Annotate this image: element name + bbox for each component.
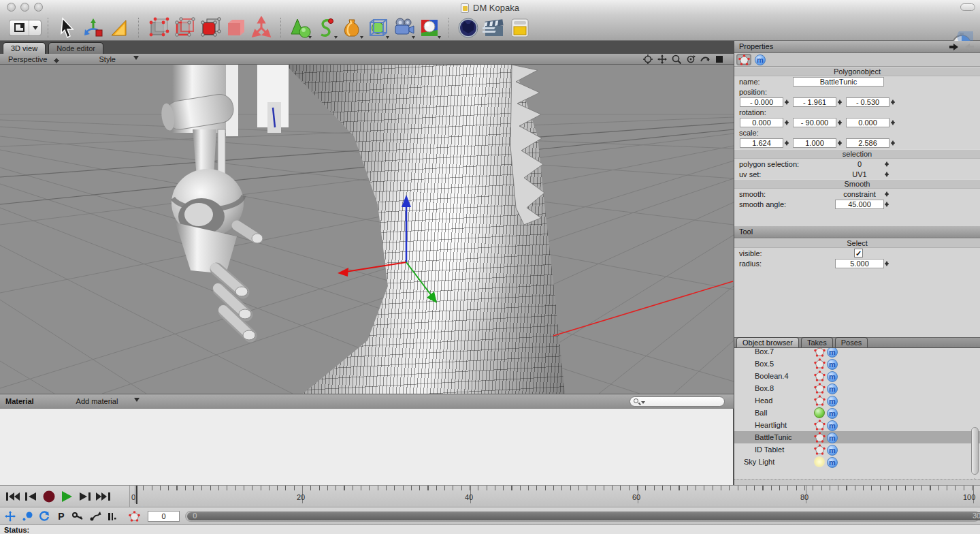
object-row[interactable]: BattleTunic m	[734, 431, 980, 443]
material-list-area[interactable]	[0, 409, 734, 485]
scrollbar-thumb[interactable]	[971, 427, 979, 475]
stepper-icon[interactable]	[837, 118, 843, 127]
key-tool-button[interactable]	[71, 510, 85, 522]
material-tag-icon[interactable]: m	[827, 457, 838, 468]
playhead[interactable]	[136, 486, 137, 504]
swoop-icon[interactable]	[700, 54, 710, 64]
go-to-end-button[interactable]	[95, 491, 112, 502]
transform-tool-button[interactable]	[82, 16, 105, 40]
polygon-selection-value[interactable]: 0	[835, 160, 884, 168]
object-row[interactable]: Head m	[734, 394, 980, 407]
material-tag-icon[interactable]: m	[827, 433, 838, 443]
tab-node-editor[interactable]: Node editor	[48, 42, 103, 54]
object-row[interactable]: Ball m	[734, 407, 980, 419]
stepper-icon[interactable]	[784, 118, 790, 127]
scale-z-field[interactable]: 2.586	[846, 138, 889, 148]
record-position-button[interactable]	[3, 510, 17, 522]
tab-object-browser[interactable]: Object browser	[736, 337, 799, 347]
stepper-icon[interactable]	[884, 200, 890, 209]
tab-takes[interactable]: Takes	[801, 337, 833, 347]
material-tag-icon[interactable]: m	[827, 396, 838, 407]
add-modifier-button[interactable]	[366, 16, 389, 40]
stepper-icon[interactable]	[837, 97, 843, 107]
play-button[interactable]	[60, 490, 74, 503]
radius-field[interactable]: 5.000	[835, 259, 884, 268]
stepper-icon[interactable]	[884, 259, 890, 268]
toolbar-toggle-button[interactable]	[960, 3, 975, 11]
visible-checkbox[interactable]: ✓	[854, 249, 863, 257]
bake-button[interactable]	[508, 16, 532, 40]
smooth-angle-field[interactable]: 45.000	[835, 200, 884, 209]
add-render-setting-button[interactable]	[418, 16, 441, 40]
pan-icon[interactable]	[657, 54, 667, 64]
zoom-icon[interactable]	[672, 54, 681, 64]
material-search-input[interactable]	[630, 396, 725, 407]
stepper-icon[interactable]	[884, 170, 890, 179]
rotation-z-field[interactable]: 0.000	[846, 118, 889, 127]
camera-select[interactable]: Perspective	[8, 55, 47, 63]
stepper-icon[interactable]	[837, 138, 843, 148]
object-row[interactable]: Heartlight m	[734, 419, 980, 431]
add-primitive-button[interactable]	[289, 16, 312, 40]
roll-icon[interactable]	[686, 54, 696, 64]
stepper-icon[interactable]	[890, 138, 896, 148]
record-parameter-button[interactable]: P	[54, 510, 68, 522]
material-tag-tab[interactable]: m	[753, 54, 768, 65]
tab-poses[interactable]: Poses	[835, 337, 868, 347]
next-frame-button[interactable]	[78, 491, 91, 502]
dope-sheet-button[interactable]	[105, 510, 119, 522]
rotation-x-field[interactable]: 0.000	[740, 118, 783, 127]
object-row[interactable]: ID Tablet m	[734, 443, 980, 456]
smooth-mode-value[interactable]: constraint	[835, 190, 884, 198]
history-arrows[interactable]	[949, 43, 975, 51]
select-cursor-button[interactable]	[56, 16, 79, 40]
go-to-start-button[interactable]	[5, 491, 20, 502]
object-mode-button[interactable]	[224, 16, 247, 40]
fcurve-button[interactable]	[88, 510, 102, 522]
position-x-field[interactable]: - 0.000	[740, 97, 783, 107]
scale-x-field[interactable]: 1.624	[740, 138, 783, 148]
object-row[interactable]: Box.7 m	[734, 348, 980, 358]
material-tag-icon[interactable]: m	[827, 383, 838, 394]
material-tag-icon[interactable]: m	[827, 348, 838, 358]
snap-ruler-button[interactable]	[108, 16, 131, 40]
scale-y-field[interactable]: 1.000	[793, 138, 836, 148]
selected-object-tag[interactable]	[127, 510, 141, 522]
current-frame-field[interactable]: 0	[148, 511, 180, 522]
animation-button[interactable]	[483, 16, 506, 40]
add-camera-button[interactable]	[392, 16, 415, 40]
maximize-icon[interactable]	[715, 54, 724, 64]
edge-mode-button[interactable]	[172, 16, 195, 40]
polygon-tag-tab[interactable]	[736, 54, 751, 65]
scrollbar-arrows[interactable]	[972, 476, 978, 479]
style-select[interactable]: Style	[99, 55, 115, 63]
object-row[interactable]: Box.8 m	[734, 382, 980, 394]
tab-3d-view[interactable]: 3D view	[3, 42, 46, 54]
material-tag-icon[interactable]: m	[827, 420, 838, 431]
position-z-field[interactable]: - 0.530	[846, 97, 889, 107]
object-list-resize-strip[interactable]	[734, 479, 980, 485]
uv-set-value[interactable]: UV1	[835, 170, 884, 178]
object-row[interactable]: Sky Light m	[734, 456, 980, 468]
point-mode-button[interactable]	[146, 16, 169, 40]
stepper-icon[interactable]	[884, 159, 890, 169]
polygon-mode-button[interactable]	[198, 16, 221, 40]
orbit-icon[interactable]	[643, 54, 653, 64]
record-button[interactable]	[42, 490, 56, 503]
material-tag-icon[interactable]: m	[827, 445, 838, 456]
record-scale-button[interactable]	[20, 510, 34, 522]
name-field[interactable]: BattleTunic	[793, 77, 884, 87]
object-row[interactable]: Boolean.4 m	[734, 370, 980, 382]
material-tag-icon[interactable]: m	[827, 408, 838, 419]
camera-stepper-icon[interactable]	[54, 55, 59, 63]
material-tag-icon[interactable]: m	[827, 371, 838, 382]
stepper-icon[interactable]	[890, 118, 896, 127]
rotation-y-field[interactable]: - 90.000	[793, 118, 836, 127]
viewport-3d[interactable]	[0, 65, 734, 394]
animation-range-slider[interactable]: 0 300	[187, 512, 980, 520]
stepper-icon[interactable]	[784, 97, 790, 107]
object-row[interactable]: Box.5 m	[734, 358, 980, 370]
position-y-field[interactable]: - 1.961	[793, 97, 836, 107]
add-creator-button[interactable]	[340, 16, 363, 40]
chevron-down-icon[interactable]	[133, 56, 139, 63]
